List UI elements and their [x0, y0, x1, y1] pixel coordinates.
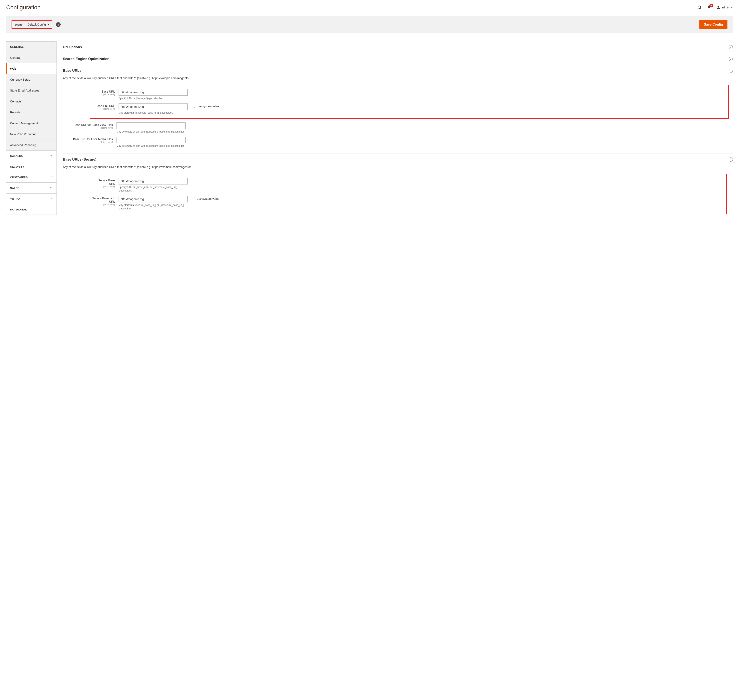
- svg-point-2: [718, 6, 719, 7]
- base-urls-highlight: Base URL [store view] Specify URL or {{b…: [90, 85, 729, 119]
- chevron-up-icon: ⌃: [729, 69, 733, 73]
- chevron-up-icon: ⌃: [729, 157, 733, 162]
- config-sidebar: GENERAL ︿ General Web Currency Setup Sto…: [6, 41, 57, 215]
- sidebar-item-content-management[interactable]: Content Management: [6, 118, 56, 129]
- panel-url-options[interactable]: Url Options ⌄: [63, 41, 733, 53]
- user-menu[interactable]: admin ▼: [716, 5, 733, 9]
- static-url-scope: [store view]: [63, 126, 113, 129]
- sidebar-section-dotdigital[interactable]: DOTDIGITAL ﹀: [6, 204, 56, 215]
- secure-base-link-url-scope: [store view]: [92, 203, 115, 206]
- sidebar-section-sales[interactable]: SALES ﹀: [6, 182, 56, 193]
- search-icon[interactable]: [697, 5, 702, 10]
- base-urls-note: Any of the fields allow fully qualified …: [63, 76, 733, 83]
- chevron-down-icon: ﹀: [50, 175, 53, 179]
- secure-base-link-url-system-label: Use system value: [196, 197, 219, 200]
- sidebar-section-customers[interactable]: CUSTOMERS ﹀: [6, 172, 56, 182]
- static-url-input[interactable]: [116, 122, 185, 129]
- caret-down-icon: ▼: [731, 6, 733, 9]
- secure-base-link-url-label: Secure Base Link URL: [92, 197, 115, 203]
- sidebar-item-reports[interactable]: Reports: [6, 107, 56, 118]
- sidebar-section-general[interactable]: GENERAL ︿: [6, 42, 56, 52]
- scope-bar: Scope: Default Config ▼ ? Save Config: [6, 16, 733, 33]
- chevron-up-icon: ︿: [50, 45, 53, 49]
- chevron-down-icon: ﹀: [50, 207, 53, 211]
- notifications-button[interactable]: 10: [707, 5, 711, 10]
- chevron-down-icon: ⌄: [729, 57, 733, 61]
- sidebar-item-new-relic[interactable]: New Relic Reporting: [6, 129, 56, 140]
- static-url-hint: May be empty or start with {{unsecure_ba…: [116, 130, 185, 134]
- base-url-input[interactable]: [119, 89, 188, 96]
- base-url-scope: [store view]: [92, 93, 115, 96]
- media-url-label: Base URL for User Media Files: [73, 137, 113, 141]
- base-link-url-system-checkbox[interactable]: [192, 105, 195, 108]
- secure-base-urls-highlight: Secure Base URL [store view] Specify URL…: [90, 174, 727, 215]
- scope-select[interactable]: Default Config ▼: [27, 23, 50, 26]
- page-header: Configuration 10 admin ▼: [6, 4, 733, 16]
- base-link-url-input[interactable]: [119, 103, 188, 110]
- base-url-label: Base URL: [102, 90, 115, 93]
- notification-count-badge: 10: [709, 4, 713, 7]
- svg-point-0: [698, 6, 701, 9]
- secure-base-url-input[interactable]: [119, 178, 188, 184]
- secure-base-url-hint: Specify URL or {{base_url}}, or {{unsecu…: [119, 185, 188, 193]
- sidebar-item-web[interactable]: Web: [6, 63, 56, 74]
- svg-line-1: [701, 8, 701, 9]
- panel-seo[interactable]: Search Engine Optimization ⌄: [63, 53, 733, 65]
- sidebar-item-general[interactable]: General: [6, 52, 56, 63]
- secure-base-link-url-system-checkbox[interactable]: [192, 197, 195, 200]
- config-main: Url Options ⌄ Search Engine Optimization…: [63, 41, 733, 221]
- secure-base-url-scope: [store view]: [92, 185, 115, 188]
- base-link-url-scope: [store view]: [92, 107, 115, 110]
- media-url-input[interactable]: [116, 137, 185, 143]
- page-title: Configuration: [6, 4, 697, 11]
- secure-base-link-url-hint: May start with {{secure_base_url}} or {{…: [119, 203, 188, 210]
- sidebar-section-catalog[interactable]: CATALOG ﹀: [6, 150, 56, 161]
- static-url-label: Base URL for Static View Files: [74, 123, 113, 126]
- panel-base-urls[interactable]: Base URLs ⌃: [63, 65, 733, 76]
- sidebar-section-yotpo[interactable]: YOTPO ﹀: [6, 193, 56, 204]
- chevron-down-icon: ﹀: [50, 186, 53, 190]
- sidebar-section-security[interactable]: SECURITY ﹀: [6, 161, 56, 172]
- media-url-scope: [store view]: [63, 141, 113, 143]
- scope-selector-highlight: Scope: Default Config ▼: [12, 21, 52, 29]
- save-config-button[interactable]: Save Config: [699, 20, 727, 29]
- base-link-url-system-label: Use system value: [196, 105, 219, 108]
- help-icon[interactable]: ?: [56, 22, 60, 27]
- chevron-down-icon: ﹀: [50, 197, 53, 200]
- username-label: admin: [722, 6, 730, 9]
- base-link-url-label: Base Link URL: [96, 104, 115, 107]
- scope-label: Scope:: [15, 23, 23, 26]
- base-url-hint: Specify URL or {{base_url}} placeholder.: [119, 97, 188, 100]
- chevron-down-icon: ⌄: [729, 45, 733, 49]
- chevron-down-icon: ﹀: [50, 165, 53, 168]
- sidebar-item-contacts[interactable]: Contacts: [6, 96, 56, 107]
- panel-base-urls-secure[interactable]: Base URLs (Secure) ⌃: [63, 154, 733, 165]
- base-urls-secure-note: Any of the fields allow fully qualified …: [63, 165, 733, 172]
- secure-base-link-url-input[interactable]: [119, 196, 188, 202]
- sidebar-item-advanced-reporting[interactable]: Advanced Reporting: [6, 140, 56, 150]
- scope-value: Default Config: [27, 23, 46, 26]
- caret-down-icon: ▼: [47, 24, 50, 26]
- base-link-url-hint: May start with {{unsecure_base_url}} pla…: [119, 111, 188, 115]
- sidebar-item-store-email[interactable]: Store Email Addresses: [6, 85, 56, 96]
- media-url-hint: May be empty or start with {{unsecure_ba…: [116, 144, 185, 148]
- user-icon: [716, 5, 720, 9]
- sidebar-item-currency-setup[interactable]: Currency Setup: [6, 74, 56, 85]
- secure-base-url-label: Secure Base URL: [99, 179, 115, 185]
- chevron-down-icon: ﹀: [50, 154, 53, 158]
